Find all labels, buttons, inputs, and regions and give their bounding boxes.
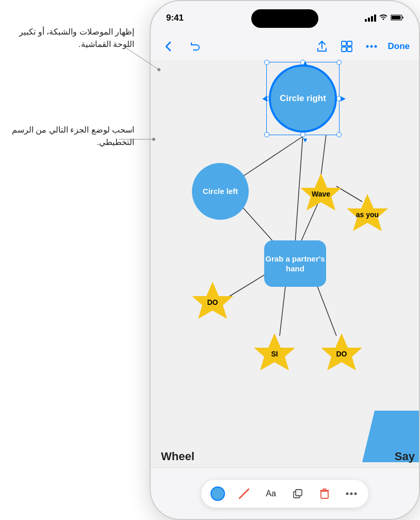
svg-point-3 xyxy=(152,138,155,141)
circle-left-label: Circle left xyxy=(203,186,238,197)
svg-rect-9 xyxy=(347,47,352,52)
grab-label: Grab a partner's hand xyxy=(264,254,326,274)
canvas-area: Circle right ▲ ▼ ◀ ▶ Circle left Wave as xyxy=(151,60,419,467)
annotation-top: إظهار الموصلات والشبكة، أو تكبير اللوحة … xyxy=(5,26,134,51)
svg-line-22 xyxy=(239,489,249,498)
arrow-left-indicator[interactable]: ◀ xyxy=(262,94,267,102)
dynamic-island xyxy=(251,9,318,28)
svg-line-14 xyxy=(321,135,326,176)
toolbar-right: Done xyxy=(314,38,410,55)
node-circle-left[interactable]: Circle left xyxy=(192,163,249,220)
node-circle-right[interactable]: Circle right xyxy=(269,65,336,132)
phone-frame: 9:41 xyxy=(150,0,420,520)
wifi-icon xyxy=(379,14,387,22)
svg-rect-25 xyxy=(321,491,328,498)
bottom-bar: Aa xyxy=(151,467,419,519)
grid-button[interactable] xyxy=(338,38,355,55)
delete-button[interactable] xyxy=(317,486,332,501)
toolbar: Done xyxy=(151,33,419,60)
sl-label: SI xyxy=(271,349,278,359)
svg-point-12 xyxy=(374,45,377,48)
svg-point-28 xyxy=(354,492,357,495)
svg-line-0 xyxy=(124,46,159,70)
more-button[interactable] xyxy=(363,38,380,55)
arrow-top-indicator[interactable]: ▲ xyxy=(302,60,309,67)
annotation-line-bottom xyxy=(119,129,160,150)
svg-point-27 xyxy=(350,492,353,495)
status-time: 9:41 xyxy=(166,13,184,23)
annotation-line-top xyxy=(124,41,165,72)
bottom-more-button[interactable] xyxy=(344,486,359,501)
say-text: Say xyxy=(395,450,415,463)
wave-label: Wave xyxy=(312,189,330,199)
do-right-label: DO xyxy=(336,349,347,359)
svg-rect-8 xyxy=(342,47,346,52)
svg-point-11 xyxy=(370,45,373,48)
done-button[interactable]: Done xyxy=(388,41,410,52)
arrow-right-indicator[interactable]: ▶ xyxy=(341,94,346,102)
undo-button[interactable] xyxy=(187,38,203,55)
circle-right-label: Circle right xyxy=(280,93,326,104)
share-button[interactable] xyxy=(314,38,330,55)
svg-rect-6 xyxy=(342,41,346,46)
svg-rect-5 xyxy=(392,15,401,19)
bottom-pill: Aa xyxy=(201,480,368,508)
signal-icon xyxy=(365,14,376,22)
do-left-label: DO xyxy=(207,298,218,307)
duplicate-button[interactable] xyxy=(290,486,305,501)
battery-icon xyxy=(391,14,403,22)
svg-rect-24 xyxy=(296,490,302,496)
as-you-label: as you xyxy=(356,210,379,219)
node-grab[interactable]: Grab a partner's hand xyxy=(264,240,326,287)
status-icons xyxy=(365,14,403,22)
arrow-bottom-indicator[interactable]: ▼ xyxy=(302,136,309,144)
color-picker[interactable] xyxy=(211,486,225,501)
toolbar-left xyxy=(160,38,203,55)
svg-point-10 xyxy=(366,45,368,48)
svg-rect-7 xyxy=(347,41,352,46)
annotation-bottom: اسحب لوضع الجزء التالي من الرسم التخطيطي… xyxy=(5,124,134,149)
svg-point-1 xyxy=(157,68,160,71)
slash-button[interactable] xyxy=(236,486,252,501)
wheel-text: Wheel xyxy=(161,450,195,463)
svg-point-26 xyxy=(346,492,349,495)
font-button[interactable]: Aa xyxy=(263,486,279,501)
